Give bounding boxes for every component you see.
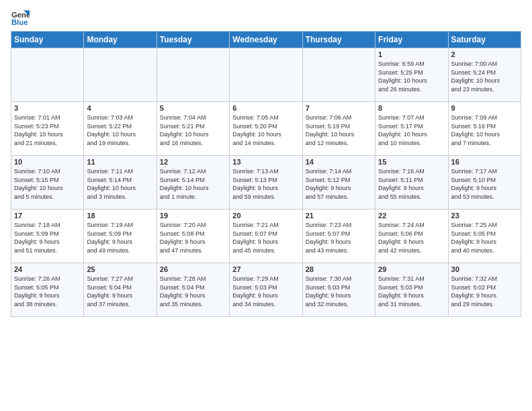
- day-info: Sunrise: 7:31 AM Sunset: 5:03 PM Dayligh…: [378, 275, 445, 308]
- calendar-week-row: 24Sunrise: 7:26 AM Sunset: 5:05 PM Dayli…: [11, 263, 521, 317]
- day-number: 25: [87, 265, 153, 273]
- day-of-week-header: Tuesday: [157, 32, 229, 48]
- day-info: Sunrise: 7:20 AM Sunset: 5:08 PM Dayligh…: [160, 221, 226, 255]
- calendar-cell: 1Sunrise: 6:59 AM Sunset: 5:25 PM Daylig…: [375, 48, 448, 102]
- day-number: 18: [87, 212, 153, 220]
- calendar-cell: [11, 48, 84, 102]
- day-number: 26: [160, 265, 226, 273]
- day-number: 2: [451, 50, 518, 58]
- day-number: 14: [306, 158, 372, 166]
- day-info: Sunrise: 7:27 AM Sunset: 5:04 PM Dayligh…: [87, 275, 153, 308]
- day-of-week-header: Sunday: [11, 32, 84, 48]
- day-number: 24: [14, 265, 81, 273]
- day-info: Sunrise: 7:25 AM Sunset: 5:05 PM Dayligh…: [451, 221, 518, 255]
- calendar-cell: 6Sunrise: 7:05 AM Sunset: 5:20 PM Daylig…: [230, 102, 302, 156]
- logo-icon: General Blue: [11, 8, 30, 27]
- day-info: Sunrise: 7:12 AM Sunset: 5:14 PM Dayligh…: [160, 167, 226, 201]
- day-number: 16: [451, 158, 518, 166]
- day-info: Sunrise: 7:28 AM Sunset: 5:04 PM Dayligh…: [160, 275, 226, 308]
- svg-text:Blue: Blue: [11, 18, 28, 26]
- calendar-cell: 8Sunrise: 7:07 AM Sunset: 5:17 PM Daylig…: [375, 102, 448, 156]
- day-number: 10: [14, 158, 81, 166]
- day-info: Sunrise: 7:14 AM Sunset: 5:12 PM Dayligh…: [306, 167, 372, 201]
- calendar-table: SundayMondayTuesdayWednesdayThursdayFrid…: [11, 31, 521, 317]
- calendar-cell: 19Sunrise: 7:20 AM Sunset: 5:08 PM Dayli…: [157, 210, 229, 263]
- calendar-cell: 23Sunrise: 7:25 AM Sunset: 5:05 PM Dayli…: [448, 210, 521, 263]
- calendar-cell: [230, 48, 302, 102]
- day-info: Sunrise: 7:05 AM Sunset: 5:20 PM Dayligh…: [232, 113, 299, 147]
- day-info: Sunrise: 7:07 AM Sunset: 5:17 PM Dayligh…: [378, 113, 445, 147]
- day-number: 23: [451, 212, 518, 220]
- calendar-cell: 2Sunrise: 7:00 AM Sunset: 5:24 PM Daylig…: [448, 48, 521, 102]
- calendar-cell: 16Sunrise: 7:17 AM Sunset: 5:10 PM Dayli…: [448, 156, 521, 210]
- day-info: Sunrise: 7:06 AM Sunset: 5:19 PM Dayligh…: [306, 113, 372, 147]
- day-info: Sunrise: 7:01 AM Sunset: 5:23 PM Dayligh…: [14, 113, 81, 147]
- day-number: 7: [306, 104, 372, 112]
- calendar-cell: 30Sunrise: 7:32 AM Sunset: 5:02 PM Dayli…: [448, 263, 521, 317]
- day-info: Sunrise: 6:59 AM Sunset: 5:25 PM Dayligh…: [378, 60, 445, 93]
- day-number: 28: [306, 265, 372, 273]
- day-info: Sunrise: 7:26 AM Sunset: 5:05 PM Dayligh…: [14, 275, 81, 308]
- calendar-cell: 5Sunrise: 7:04 AM Sunset: 5:21 PM Daylig…: [157, 102, 229, 156]
- day-number: 11: [87, 158, 153, 166]
- calendar-cell: 15Sunrise: 7:16 AM Sunset: 5:11 PM Dayli…: [375, 156, 448, 210]
- day-number: 3: [14, 104, 81, 112]
- day-number: 5: [160, 104, 226, 112]
- calendar-cell: 21Sunrise: 7:23 AM Sunset: 5:07 PM Dayli…: [302, 210, 375, 263]
- day-number: 19: [160, 212, 226, 220]
- day-number: 9: [451, 104, 518, 112]
- day-of-week-header: Friday: [375, 32, 448, 48]
- day-info: Sunrise: 7:18 AM Sunset: 5:09 PM Dayligh…: [14, 221, 81, 255]
- calendar-cell: [157, 48, 229, 102]
- day-info: Sunrise: 7:24 AM Sunset: 5:06 PM Dayligh…: [378, 221, 445, 255]
- day-number: 27: [232, 265, 299, 273]
- day-info: Sunrise: 7:03 AM Sunset: 5:22 PM Dayligh…: [87, 113, 153, 147]
- day-info: Sunrise: 7:30 AM Sunset: 5:03 PM Dayligh…: [306, 275, 372, 308]
- day-number: 12: [160, 158, 226, 166]
- day-info: Sunrise: 7:11 AM Sunset: 5:14 PM Dayligh…: [87, 167, 153, 201]
- day-info: Sunrise: 7:09 AM Sunset: 5:16 PM Dayligh…: [451, 113, 518, 147]
- day-number: 13: [232, 158, 299, 166]
- day-info: Sunrise: 7:16 AM Sunset: 5:11 PM Dayligh…: [378, 167, 445, 201]
- day-info: Sunrise: 7:23 AM Sunset: 5:07 PM Dayligh…: [306, 221, 372, 255]
- day-info: Sunrise: 7:29 AM Sunset: 5:03 PM Dayligh…: [232, 275, 299, 308]
- day-of-week-header: Thursday: [302, 32, 375, 48]
- calendar-week-row: 10Sunrise: 7:10 AM Sunset: 5:15 PM Dayli…: [11, 156, 521, 210]
- day-info: Sunrise: 7:00 AM Sunset: 5:24 PM Dayligh…: [451, 60, 518, 93]
- day-of-week-header: Wednesday: [230, 32, 302, 48]
- day-number: 30: [451, 265, 518, 273]
- day-info: Sunrise: 7:04 AM Sunset: 5:21 PM Dayligh…: [160, 113, 226, 147]
- day-of-week-header: Saturday: [448, 32, 521, 48]
- day-info: Sunrise: 7:32 AM Sunset: 5:02 PM Dayligh…: [451, 275, 518, 308]
- page-container: General Blue SundayMondayTuesdayWednesda…: [0, 0, 532, 322]
- calendar-cell: 25Sunrise: 7:27 AM Sunset: 5:04 PM Dayli…: [84, 263, 157, 317]
- day-info: Sunrise: 7:13 AM Sunset: 5:13 PM Dayligh…: [232, 167, 299, 201]
- calendar-cell: 27Sunrise: 7:29 AM Sunset: 5:03 PM Dayli…: [230, 263, 302, 317]
- calendar-cell: 11Sunrise: 7:11 AM Sunset: 5:14 PM Dayli…: [84, 156, 157, 210]
- day-number: 21: [306, 212, 372, 220]
- day-number: 4: [87, 104, 153, 112]
- calendar-week-row: 1Sunrise: 6:59 AM Sunset: 5:25 PM Daylig…: [11, 48, 521, 102]
- calendar-week-row: 3Sunrise: 7:01 AM Sunset: 5:23 PM Daylig…: [11, 102, 521, 156]
- day-number: 1: [378, 50, 445, 58]
- calendar-cell: [302, 48, 375, 102]
- calendar-cell: 9Sunrise: 7:09 AM Sunset: 5:16 PM Daylig…: [448, 102, 521, 156]
- day-number: 17: [14, 212, 81, 220]
- calendar-cell: 26Sunrise: 7:28 AM Sunset: 5:04 PM Dayli…: [157, 263, 229, 317]
- calendar-header-row: SundayMondayTuesdayWednesdayThursdayFrid…: [11, 32, 521, 48]
- calendar-cell: 12Sunrise: 7:12 AM Sunset: 5:14 PM Dayli…: [157, 156, 229, 210]
- calendar-cell: 29Sunrise: 7:31 AM Sunset: 5:03 PM Dayli…: [375, 263, 448, 317]
- calendar-cell: 17Sunrise: 7:18 AM Sunset: 5:09 PM Dayli…: [11, 210, 84, 263]
- calendar-cell: 20Sunrise: 7:21 AM Sunset: 5:07 PM Dayli…: [230, 210, 302, 263]
- day-number: 20: [232, 212, 299, 220]
- calendar-cell: 18Sunrise: 7:19 AM Sunset: 5:09 PM Dayli…: [84, 210, 157, 263]
- calendar-cell: [84, 48, 157, 102]
- logo: General Blue: [11, 8, 32, 27]
- day-number: 22: [378, 212, 445, 220]
- day-number: 6: [232, 104, 299, 112]
- day-number: 15: [378, 158, 445, 166]
- calendar-week-row: 17Sunrise: 7:18 AM Sunset: 5:09 PM Dayli…: [11, 210, 521, 263]
- calendar-cell: 24Sunrise: 7:26 AM Sunset: 5:05 PM Dayli…: [11, 263, 84, 317]
- day-info: Sunrise: 7:21 AM Sunset: 5:07 PM Dayligh…: [232, 221, 299, 255]
- day-info: Sunrise: 7:19 AM Sunset: 5:09 PM Dayligh…: [87, 221, 153, 255]
